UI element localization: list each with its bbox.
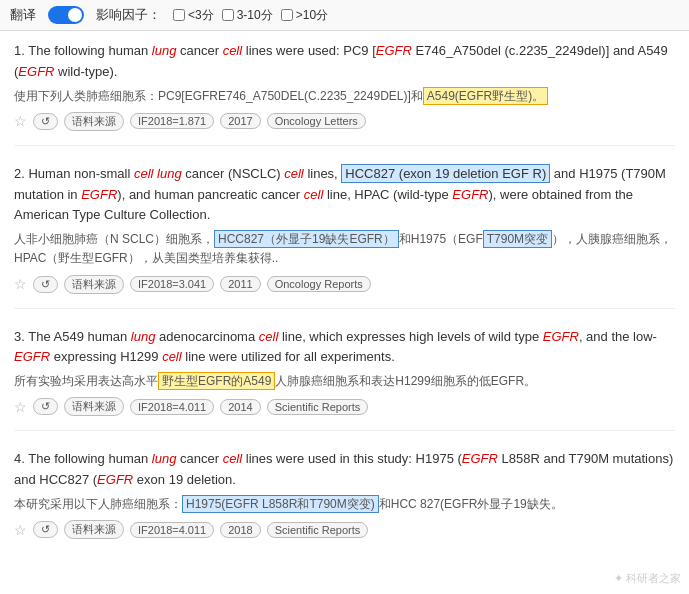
refresh-btn-3[interactable]: ↺ <box>33 398 58 415</box>
result-item-4: 4. The following human lung cancer cell … <box>14 449 675 553</box>
filter-gt10-checkbox[interactable] <box>281 9 293 21</box>
result-3-meta: ☆ ↺ 语料来源 IF2018=4.011 2014 Scientific Re… <box>14 397 675 416</box>
highlight-3: 野生型EGFR的A549 <box>158 372 275 390</box>
result-2-num: 2. <box>14 166 28 181</box>
refresh-btn-2[interactable]: ↺ <box>33 276 58 293</box>
filter-3to10[interactable]: 3-10分 <box>222 7 273 24</box>
lung-1: lung <box>152 43 177 58</box>
source-tag-4[interactable]: 语料来源 <box>64 520 124 539</box>
star-3[interactable]: ☆ <box>14 399 27 415</box>
result-1-meta: ☆ ↺ 语料来源 IF2018=1.871 2017 Oncology Lett… <box>14 112 675 131</box>
highlight-2a: HCC827 (exon 19 deletion EGF R) <box>341 164 550 183</box>
filter-gt10-label: >10分 <box>296 7 328 24</box>
if-tag-2: IF2018=3.041 <box>130 276 214 292</box>
source-tag-3[interactable]: 语料来源 <box>64 397 124 416</box>
filter-3to10-checkbox[interactable] <box>222 9 234 21</box>
if-tag-3: IF2018=4.011 <box>130 399 214 415</box>
result-3-num: 3. <box>14 329 28 344</box>
cell-3b: cell <box>162 349 182 364</box>
year-tag-3: 2014 <box>220 399 260 415</box>
cell-3: cell <box>259 329 279 344</box>
translate-label: 翻译 <box>10 6 36 24</box>
watermark: ✦ 科研者之家 <box>614 571 681 586</box>
egfr-3b: EGFR <box>14 349 50 364</box>
filter-lt3-label: <3分 <box>188 7 214 24</box>
filter-gt10[interactable]: >10分 <box>281 7 328 24</box>
result-2-en: 2. Human non-small cell lung cancer (NSC… <box>14 164 675 226</box>
translate-toggle[interactable] <box>48 6 84 24</box>
result-4-num: 4. <box>14 451 28 466</box>
if-tag-1: IF2018=1.871 <box>130 113 214 129</box>
result-2-meta: ☆ ↺ 语料来源 IF2018=3.041 2011 Oncology Repo… <box>14 275 675 294</box>
result-1-zh: 使用下列人类肺癌细胞系：PC9[EGFRE746_A750DEL(C.2235_… <box>14 87 675 106</box>
filter-lt3-checkbox[interactable] <box>173 9 185 21</box>
highlight-2b: HCC827（外显子19缺失EGFR） <box>214 230 399 248</box>
result-3-en: 3. The A549 human lung adenocarcinoma ce… <box>14 327 675 369</box>
journal-tag-2: Oncology Reports <box>267 276 371 292</box>
refresh-btn-1[interactable]: ↺ <box>33 113 58 130</box>
highlight-2c: T790M突变 <box>483 230 552 248</box>
star-1[interactable]: ☆ <box>14 113 27 129</box>
results-container: 1. The following human lung cancer cell … <box>0 31 689 581</box>
result-4-zh: 本研究采用以下人肺癌细胞系：H1975(EGFR L858R和T790M突变)和… <box>14 495 675 514</box>
result-1-en: 1. The following human lung cancer cell … <box>14 41 675 83</box>
year-tag-2: 2011 <box>220 276 260 292</box>
toolbar: 翻译 影响因子： <3分 3-10分 >10分 <box>0 0 689 31</box>
if-tag-4: IF2018=4.011 <box>130 522 214 538</box>
result-4-meta: ☆ ↺ 语料来源 IF2018=4.011 2018 Scientific Re… <box>14 520 675 539</box>
filter-lt3[interactable]: <3分 <box>173 7 214 24</box>
filter-3to10-label: 3-10分 <box>237 7 273 24</box>
journal-tag-1: Oncology Letters <box>267 113 366 129</box>
cell-lung-2: cell lung <box>134 166 182 181</box>
egfr-1b: EGFR <box>18 64 54 79</box>
result-item-2: 2. Human non-small cell lung cancer (NSC… <box>14 164 675 309</box>
star-2[interactable]: ☆ <box>14 276 27 292</box>
highlight-4: H1975(EGFR L858R和T790M突变) <box>182 495 379 513</box>
cell-4: cell <box>223 451 243 466</box>
source-tag-2[interactable]: 语料来源 <box>64 275 124 294</box>
lung-4: lung <box>152 451 177 466</box>
result-3-zh: 所有实验均采用表达高水平野生型EGFR的A549人肺腺癌细胞系和表达H1299细… <box>14 372 675 391</box>
egfr-2a: EGFR <box>81 187 117 202</box>
result-4-en: 4. The following human lung cancer cell … <box>14 449 675 491</box>
journal-tag-3: Scientific Reports <box>267 399 369 415</box>
result-1-num: 1. <box>14 43 28 58</box>
egfr-1a: EGFR <box>376 43 412 58</box>
egfr-2b: EGFR <box>452 187 488 202</box>
source-tag-1[interactable]: 语料来源 <box>64 112 124 131</box>
star-4[interactable]: ☆ <box>14 522 27 538</box>
egfr-4a: EGFR <box>462 451 498 466</box>
year-tag-1: 2017 <box>220 113 260 129</box>
journal-tag-4: Scientific Reports <box>267 522 369 538</box>
cell-1: cell <box>223 43 243 58</box>
cell-2: cell <box>284 166 304 181</box>
toggle-knob <box>68 8 82 22</box>
result-item-3: 3. The A549 human lung adenocarcinoma ce… <box>14 327 675 432</box>
result-2-zh: 人非小细胞肺癌（N SCLC）细胞系，HCC827（外显子19缺失EGFR）和H… <box>14 230 675 268</box>
result-item-1: 1. The following human lung cancer cell … <box>14 41 675 146</box>
cell-2b: cell <box>304 187 324 202</box>
highlight-1: A549(EGFR野生型)。 <box>423 87 548 105</box>
filter-group: <3分 3-10分 >10分 <box>173 7 328 24</box>
lung-3: lung <box>131 329 156 344</box>
egfr-3a: EGFR <box>543 329 579 344</box>
year-tag-4: 2018 <box>220 522 260 538</box>
refresh-btn-4[interactable]: ↺ <box>33 521 58 538</box>
egfr-4b: EGFR <box>97 472 133 487</box>
impact-factor-label: 影响因子： <box>96 6 161 24</box>
